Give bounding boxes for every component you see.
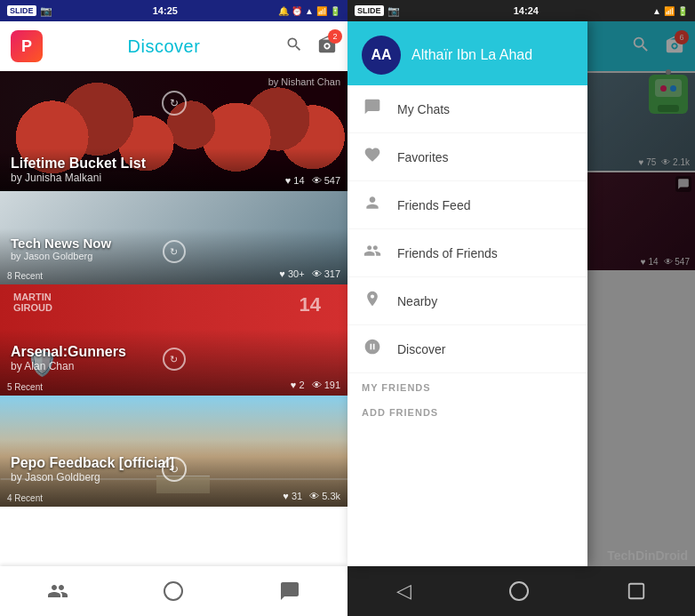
screenshot-icon: 📷 bbox=[40, 5, 52, 17]
alarm-icon: ⏰ bbox=[292, 6, 302, 16]
discover-icon bbox=[362, 338, 383, 360]
wifi-icon: ▲ bbox=[305, 6, 314, 16]
drawer-label-friends-of-friends: Friends of Friends bbox=[397, 246, 498, 260]
section-add-friends: ADD FRIENDS bbox=[348, 398, 587, 423]
left-panel: SLIDE 📷 14:25 🔔 ⏰ ▲ 📶 🔋 P Discover bbox=[0, 0, 348, 616]
card-title-arsenal-wrap: Arsenal:Gunners by Alan Chan bbox=[11, 344, 126, 372]
radio-button[interactable]: 2 bbox=[317, 35, 337, 59]
heart-icon bbox=[362, 146, 383, 168]
card-badge-pepo: 4 Recent bbox=[7, 493, 43, 503]
right-panel: SLIDE 📷 14:24 ▲ 📶 🔋 6 bbox=[348, 0, 695, 616]
right-status-bar: SLIDE 📷 14:24 ▲ 📶 🔋 bbox=[348, 0, 695, 21]
right-battery-icon: 🔋 bbox=[677, 6, 688, 16]
nav-square[interactable] bbox=[627, 581, 646, 601]
svg-point-0 bbox=[164, 582, 182, 600]
app-logo[interactable]: P bbox=[11, 30, 43, 62]
card-badge-arsenal: 5 Recent bbox=[7, 382, 43, 392]
drawer-item-nearby[interactable]: Nearby bbox=[348, 277, 587, 325]
right-arrow-icon: 📷 bbox=[387, 5, 400, 17]
drawer-header: AA Althaïr Ibn La Ahad bbox=[348, 21, 587, 85]
drawer-label-friends-feed: Friends Feed bbox=[397, 198, 470, 212]
location-icon bbox=[362, 290, 383, 312]
left-time: 14:25 bbox=[153, 5, 178, 16]
left-bottom-nav bbox=[0, 566, 348, 616]
nav-chat[interactable] bbox=[279, 580, 300, 602]
card-bucket-list[interactable]: by Nishant Chan ↻ Lifetime Bucket List b… bbox=[0, 71, 348, 191]
chat-icon bbox=[362, 98, 383, 120]
likes-icon: ♥ 14 bbox=[285, 175, 305, 186]
left-status-left: SLIDE 📷 bbox=[7, 5, 52, 17]
right-status-left: SLIDE 📷 bbox=[355, 5, 400, 17]
card-badge-tech: 8 Recent bbox=[7, 271, 43, 281]
nav-people[interactable] bbox=[47, 580, 68, 602]
card-stats-tech: ♥ 30+ 👁 317 bbox=[279, 268, 340, 279]
card-share-icon: ↻ bbox=[162, 91, 187, 116]
people-icon bbox=[362, 242, 383, 264]
drawer-item-discover[interactable]: Discover bbox=[348, 325, 587, 373]
card-title-pepo: Pepo Feedback [official] bbox=[11, 455, 174, 471]
card-prev-author: by Nishant Chan bbox=[268, 76, 340, 87]
drawer-scrim[interactable] bbox=[587, 21, 695, 566]
card-title-pepo-wrap: Pepo Feedback [official] by Jason Goldbe… bbox=[11, 455, 174, 484]
left-app-bar: P Discover 2 bbox=[0, 21, 348, 71]
card-title-tech: Tech News Now by Jason Goldberg bbox=[11, 236, 111, 261]
right-time: 14:24 bbox=[514, 5, 539, 16]
card-icon-pepo: ↻ bbox=[162, 457, 187, 482]
app-bar-icons: 2 bbox=[285, 35, 337, 59]
nav-home-circle[interactable] bbox=[508, 580, 530, 602]
card-stats-pepo: ♥ 31 👁 5.3k bbox=[283, 491, 340, 501]
drawer-item-friends-of-friends[interactable]: Friends of Friends bbox=[348, 229, 587, 277]
views-icon: 👁 547 bbox=[312, 175, 340, 186]
card-author-pepo: by Jason Goldberg bbox=[11, 471, 174, 484]
card-pepo[interactable]: Pepo Feedback [official] by Jason Goldbe… bbox=[0, 396, 348, 507]
card-title-arsenal: Arsenal:Gunners bbox=[11, 344, 126, 360]
nav-home[interactable] bbox=[163, 580, 184, 602]
drawer-label-nearby: Nearby bbox=[397, 294, 437, 308]
card-stats-arsenal: ♥ 2 👁 191 bbox=[291, 380, 340, 390]
card-title-berries: Lifetime Bucket List bbox=[11, 156, 337, 172]
cards-area: by Nishant Chan ↻ Lifetime Bucket List b… bbox=[0, 71, 348, 566]
card-stats-berries: ♥ 14 👁 547 bbox=[285, 175, 340, 186]
section-my-friends: MY FRIENDS bbox=[348, 373, 587, 398]
logo-text: P bbox=[21, 37, 32, 56]
drawer-menu: My Chats Favorites Friends Feed Friends … bbox=[348, 85, 587, 566]
drawer-username: Althaïr Ibn La Ahad bbox=[411, 47, 532, 63]
drawer-label-discover: Discover bbox=[397, 342, 445, 356]
radio-badge: 2 bbox=[328, 29, 342, 44]
card-tech-news[interactable]: Tech News Now by Jason Goldberg 8 Recent… bbox=[0, 191, 348, 284]
left-status-bar: SLIDE 📷 14:25 🔔 ⏰ ▲ 📶 🔋 bbox=[0, 0, 348, 21]
right-signal-icon: 📶 bbox=[664, 6, 675, 16]
signal-icon: 📶 bbox=[316, 6, 327, 16]
right-status-right: ▲ 📶 🔋 bbox=[652, 6, 688, 16]
search-button[interactable] bbox=[285, 36, 303, 58]
notification-icon: 🔔 bbox=[278, 6, 289, 16]
right-wifi-icon: ▲ bbox=[652, 6, 661, 16]
svg-point-1 bbox=[510, 582, 528, 600]
card-icon-arsenal: ↻ bbox=[163, 348, 186, 371]
svg-rect-2 bbox=[629, 584, 644, 599]
person-icon bbox=[362, 194, 383, 216]
card-icon-tech: ↻ bbox=[163, 240, 186, 263]
navigation-drawer: AA Althaïr Ibn La Ahad My Chats Favorite… bbox=[348, 21, 587, 566]
left-status-right: 🔔 ⏰ ▲ 📶 🔋 bbox=[278, 6, 340, 16]
app-title: Discover bbox=[128, 36, 201, 57]
drawer-item-friends-feed[interactable]: Friends Feed bbox=[348, 181, 587, 229]
right-slide-label: SLIDE bbox=[355, 5, 384, 16]
card-author-arsenal: by Alan Chan bbox=[11, 360, 126, 372]
drawer-item-my-chats[interactable]: My Chats bbox=[348, 85, 587, 133]
right-bottom-nav: ◁ bbox=[348, 566, 695, 616]
drawer-avatar: AA bbox=[362, 36, 401, 75]
battery-icon: 🔋 bbox=[330, 6, 340, 16]
nav-back[interactable]: ◁ bbox=[396, 580, 411, 603]
slide-label: SLIDE bbox=[7, 5, 36, 16]
drawer-label-favorites: Favorites bbox=[397, 150, 449, 164]
card-arsenal[interactable]: 🛡️ 14 MARTIN GIROUD Arsenal:Gunners by A… bbox=[0, 284, 348, 396]
drawer-label-my-chats: My Chats bbox=[397, 102, 450, 116]
drawer-item-favorites[interactable]: Favorites bbox=[348, 133, 587, 181]
